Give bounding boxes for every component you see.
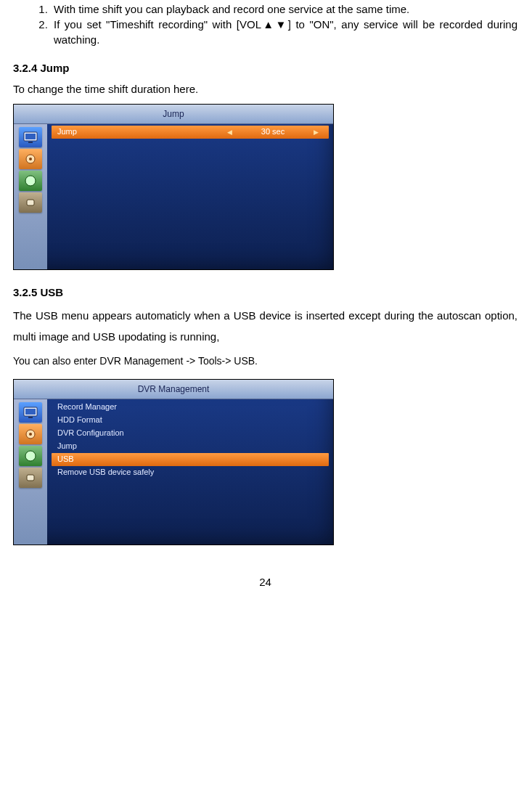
- screenshot-dvr: DVR Management Record Manager HDD Format…: [13, 379, 334, 545]
- section-325-body1: The USB menu appears automaticly when a …: [13, 306, 517, 347]
- jump-row[interactable]: Jump ◀ 30 sec ▶: [52, 126, 329, 139]
- menu-item-remove-usb[interactable]: Remove USB device safely: [52, 466, 329, 479]
- menu-item-jump[interactable]: Jump: [52, 440, 329, 453]
- globe-icon: [19, 446, 42, 466]
- section-324-body: To change the time shift duration here.: [13, 81, 517, 97]
- row-label: Jump: [57, 126, 223, 137]
- tv-icon: [19, 127, 42, 147]
- menu-label: Remove USB device safely: [57, 467, 323, 478]
- svg-point-5: [25, 176, 36, 186]
- gear-icon: [19, 149, 42, 169]
- sidebar: [14, 124, 47, 269]
- list-item-2: If you set "Timeshift recording" with [V…: [51, 17, 517, 47]
- menu-label: HDD Format: [57, 415, 323, 425]
- window-title: DVR Management: [14, 380, 333, 399]
- menu-item-hdd-format[interactable]: HDD Format: [52, 414, 329, 427]
- svg-rect-2: [28, 142, 33, 143]
- globe-icon: [19, 171, 42, 191]
- svg-rect-1: [25, 134, 36, 139]
- list-item-1: With time shift you can playback and rec…: [51, 1, 517, 17]
- window-title: Jump: [14, 105, 333, 124]
- plug-icon: [19, 468, 42, 488]
- right-arrow-icon[interactable]: ▶: [309, 128, 323, 137]
- gear-icon: [19, 424, 42, 444]
- numbered-list: With time shift you can playback and rec…: [13, 1, 517, 47]
- menu-label: USB: [57, 454, 323, 465]
- screenshot-jump: Jump Jump ◀ 30 sec ▶: [13, 104, 334, 270]
- menu-label: Jump: [57, 441, 323, 452]
- section-325-body2: You can also enter DVR Management -> Too…: [13, 354, 517, 369]
- row-value: 30 sec: [237, 126, 309, 137]
- svg-point-4: [29, 158, 32, 160]
- main-panel: Record Manager HDD Format DVR Configurat…: [47, 399, 333, 545]
- main-panel: Jump ◀ 30 sec ▶: [47, 124, 333, 269]
- menu-label: DVR Configuration: [57, 428, 323, 439]
- menu-item-dvr-config[interactable]: DVR Configuration: [52, 427, 329, 440]
- svg-rect-9: [28, 417, 33, 418]
- menu-item-usb[interactable]: USB: [52, 453, 329, 466]
- svg-point-11: [29, 433, 32, 436]
- svg-rect-6: [27, 200, 34, 205]
- plug-icon: [19, 192, 42, 213]
- menu-item-record-manager[interactable]: Record Manager: [52, 401, 329, 414]
- svg-point-12: [25, 451, 36, 461]
- sidebar: [14, 399, 47, 545]
- svg-rect-13: [27, 475, 34, 481]
- tv-icon: [19, 402, 42, 423]
- left-arrow-icon[interactable]: ◀: [223, 128, 237, 137]
- section-324-heading: 3.2.4 Jump: [13, 60, 517, 76]
- page-number: 24: [13, 574, 517, 590]
- menu-label: Record Manager: [57, 401, 323, 412]
- svg-rect-8: [25, 409, 36, 415]
- section-325-heading: 3.2.5 USB: [13, 285, 517, 300]
